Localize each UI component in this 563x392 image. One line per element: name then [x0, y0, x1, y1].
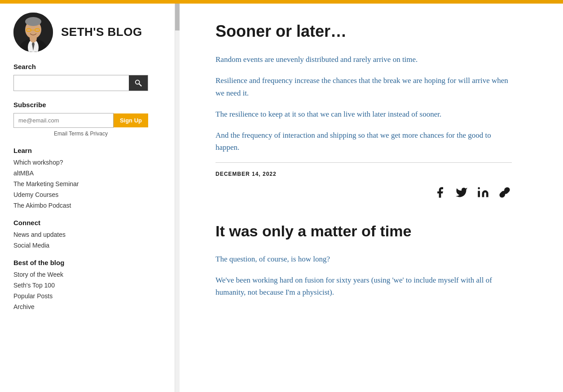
top-bar	[0, 0, 563, 4]
nav-news-updates[interactable]: News and updates	[13, 231, 161, 238]
post-2-para-1: The question, of course, is how long?	[216, 253, 512, 265]
post-1-para-4: And the frequency of interaction and shi…	[216, 129, 512, 153]
nav-altmba[interactable]: altMBA	[13, 170, 161, 177]
nav-top-100[interactable]: Seth's Top 100	[13, 282, 161, 289]
learn-section: Learn Which workshop? altMBA The Marketi…	[13, 147, 161, 209]
email-input[interactable]	[13, 113, 114, 128]
svg-point-12	[478, 187, 480, 190]
post-1-para-2: Resilience and frequency increase the ch…	[216, 74, 512, 99]
connect-section: Connect News and updates Social Media	[13, 219, 161, 249]
share-icons	[216, 185, 512, 200]
nav-social-media[interactable]: Social Media	[13, 242, 161, 249]
subscribe-label: Subscribe	[13, 101, 161, 109]
post-2-title[interactable]: It was only a matter of time	[216, 222, 512, 240]
search-label: Search	[13, 63, 161, 70]
post-1-divider	[216, 162, 512, 163]
signup-button[interactable]: Sign Up	[114, 113, 148, 127]
nav-marketing-seminar[interactable]: The Marketing Seminar	[13, 180, 161, 187]
nav-which-workshop[interactable]: Which workshop?	[13, 159, 161, 166]
post-1: Sooner or later… Random events are uneve…	[216, 22, 512, 200]
nav-popular[interactable]: Popular Posts	[13, 292, 161, 300]
search-box	[13, 75, 148, 91]
sidebar-header: SETH'S BLOG	[13, 13, 161, 52]
main-content: Sooner or later… Random events are uneve…	[180, 4, 563, 392]
copy-link-button[interactable]	[497, 185, 512, 200]
search-icon	[134, 79, 142, 87]
nav-archive[interactable]: Archive	[13, 303, 161, 310]
post-2-body: The question, of course, is how long? We…	[216, 253, 512, 299]
post-2: It was only a matter of time The questio…	[216, 222, 512, 298]
facebook-share-button[interactable]	[433, 185, 447, 200]
nav-story-week[interactable]: Story of the Week	[13, 271, 161, 278]
subscribe-row: Sign Up	[13, 113, 148, 128]
post-2-para-2: We've been working hard on fusion for si…	[216, 274, 512, 298]
learn-label: Learn	[13, 147, 161, 154]
blog-title: SETH'S BLOG	[61, 25, 142, 39]
svg-point-6	[25, 17, 41, 26]
twitter-share-button[interactable]	[454, 185, 469, 200]
search-button[interactable]	[129, 75, 148, 91]
subscribe-section: Subscribe Sign Up Email Terms & Privacy	[13, 101, 161, 137]
post-1-date: DECEMBER 14, 2022	[216, 171, 512, 177]
post-1-title[interactable]: Sooner or later…	[216, 22, 512, 41]
post-1-para-1: Random events are unevenly distributed a…	[216, 53, 512, 65]
connect-label: Connect	[13, 219, 161, 226]
scrollbar[interactable]	[175, 4, 180, 392]
svg-line-11	[139, 84, 141, 86]
best-label: Best of the blog	[13, 259, 161, 266]
post-1-body: Random events are unevenly distributed a…	[216, 53, 512, 153]
scroll-thumb[interactable]	[175, 4, 180, 30]
nav-udemy[interactable]: Udemy Courses	[13, 191, 161, 198]
nav-akimbo[interactable]: The Akimbo Podcast	[13, 202, 161, 209]
best-section: Best of the blog Story of the Week Seth'…	[13, 259, 161, 310]
linkedin-share-button[interactable]	[476, 185, 490, 200]
avatar	[13, 13, 53, 52]
post-1-para-3: The resilience to keep at it so that we …	[216, 108, 512, 120]
email-terms: Email Terms & Privacy	[13, 131, 148, 137]
sidebar: SETH'S BLOG Search Subscribe Sign Up	[0, 4, 175, 392]
svg-point-10	[136, 80, 140, 84]
search-input[interactable]	[14, 76, 129, 90]
search-section: Search	[13, 63, 161, 91]
